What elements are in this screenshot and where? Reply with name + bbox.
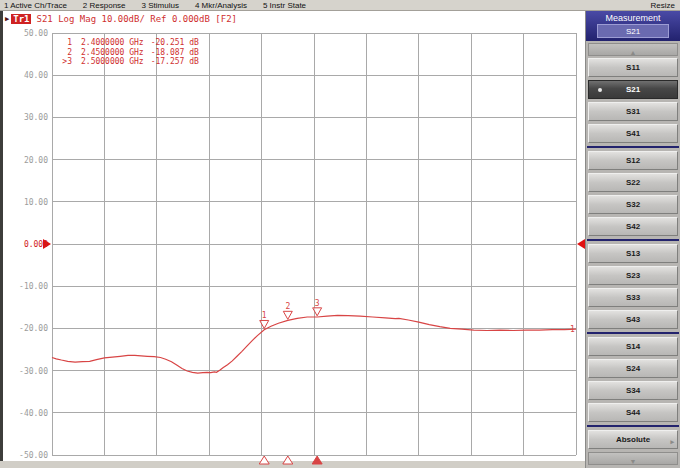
sidebar-group-separator xyxy=(587,332,679,334)
scroll-up-button[interactable] xyxy=(588,43,678,56)
y-axis-label: 20.00 xyxy=(2,156,48,165)
softkey-label: S34 xyxy=(626,386,640,395)
softkey-label: S33 xyxy=(626,293,640,302)
menu-item[interactable]: 5 Instr State xyxy=(263,1,306,10)
marker-1-symbol-icon xyxy=(260,320,269,328)
softkey-label: S24 xyxy=(626,364,640,373)
scroll-down-icon xyxy=(630,450,637,468)
marker-frequency: 2.5000000 GHz xyxy=(81,57,144,67)
reference-level-label: 0.000 xyxy=(2,240,48,249)
marker-value: -18.087 dB xyxy=(151,48,199,58)
sidebar-button-s23[interactable]: S23 xyxy=(588,266,678,285)
softkey-label: S14 xyxy=(626,342,640,351)
marker-readout-row: 12.4000000 GHz-20.251 dB xyxy=(58,38,199,48)
marker-id: 1 xyxy=(58,38,72,48)
sidebar-button-s31[interactable]: S31 xyxy=(588,102,678,121)
sidebar-button-s34[interactable]: S34 xyxy=(588,381,678,400)
marker-id: >3 xyxy=(58,57,72,67)
menu-item[interactable]: 4 Mkr/Analysis xyxy=(195,1,247,10)
softkey-label: S42 xyxy=(626,222,640,231)
sidebar-button-s21[interactable]: S21 xyxy=(588,80,678,99)
scroll-down-button[interactable] xyxy=(588,452,678,465)
softkey-label: S43 xyxy=(626,315,640,324)
y-axis-label: -20.00 xyxy=(2,324,48,333)
softkey-label: S22 xyxy=(626,178,640,187)
sidebar-button-absolute[interactable]: Absolute xyxy=(588,430,678,449)
selected-dot-icon xyxy=(598,88,602,92)
marker-id: 2 xyxy=(58,48,72,58)
sidebar-group-separator xyxy=(587,239,679,241)
y-axis-label: -30.00 xyxy=(2,367,48,376)
menu-item[interactable]: 1 Active Ch/Trace xyxy=(4,1,67,10)
sidebar-button-s12[interactable]: S12 xyxy=(588,151,678,170)
sidebar-button-s11[interactable]: S11 xyxy=(588,58,678,77)
sidebar-group-separator xyxy=(587,146,679,148)
resize-button[interactable]: Resize xyxy=(651,1,680,10)
marker-readout-row: >32.5000000 GHz-17.257 dB xyxy=(58,57,199,67)
marker-frequency: 2.4500000 GHz xyxy=(81,48,144,58)
marker-value: -20.251 dB xyxy=(151,38,199,48)
sidebar-button-s22[interactable]: S22 xyxy=(588,173,678,192)
plot-area: 1231 xyxy=(52,33,576,468)
y-axis-label: -40.00 xyxy=(2,409,48,418)
sidebar-button-s44[interactable]: S44 xyxy=(588,403,678,422)
menu-item[interactable]: 3 Stimulus xyxy=(142,1,179,10)
marker-readout: 12.4000000 GHz-20.251 dB22.4500000 GHz-1… xyxy=(58,38,199,67)
y-axis-label: -10.00 xyxy=(2,282,48,291)
marker-2-stimulus-icon xyxy=(283,456,293,464)
softkey-label: S32 xyxy=(626,200,640,209)
marker-value: -17.257 dB xyxy=(151,57,199,67)
sidebar-button-list: S11S21S31S41S12S22S32S42S13S23S33S43S14S… xyxy=(586,58,680,422)
softkey-label: S11 xyxy=(626,63,640,72)
marker-2-number: 2 xyxy=(285,302,290,311)
scroll-up-icon xyxy=(630,41,637,59)
y-axis-label: 50.00 xyxy=(2,29,48,38)
sidebar-button-s24[interactable]: S24 xyxy=(588,359,678,378)
y-axis-label: 30.00 xyxy=(2,113,48,122)
y-axis-label: 10.00 xyxy=(2,198,48,207)
softkey-label: S13 xyxy=(626,249,640,258)
marker-2-symbol-icon xyxy=(283,311,292,319)
marker-3-number: 3 xyxy=(315,299,320,308)
marker-frequency: 2.4000000 GHz xyxy=(81,38,144,48)
sidebar-button-s32[interactable]: S32 xyxy=(588,195,678,214)
submenu-arrow-icon xyxy=(670,437,674,446)
softkey-label: S44 xyxy=(626,408,640,417)
active-trace-arrow-icon: ▶ xyxy=(5,15,9,23)
softkey-label: S31 xyxy=(626,107,640,116)
sidebar-button-s13[interactable]: S13 xyxy=(588,244,678,263)
menu-items: 1 Active Ch/Trace2 Response3 Stimulus4 M… xyxy=(0,1,651,10)
softkey-label: S23 xyxy=(626,271,640,280)
sidebar-button-s41[interactable]: S41 xyxy=(588,124,678,143)
selected-measurement-display: S21 xyxy=(597,24,669,38)
sidebar-button-s43[interactable]: S43 xyxy=(588,310,678,329)
softkey-menu-header: Measurement S21 xyxy=(586,11,680,41)
marker-3-stimulus-icon xyxy=(312,456,322,464)
trace-end-number: 1 xyxy=(570,325,575,334)
trace-label-badge[interactable]: Tr1 xyxy=(11,14,31,24)
y-axis-label: 40.00 xyxy=(2,71,48,80)
ref-level-right-icon xyxy=(577,239,585,249)
marker-readout-row: 22.4500000 GHz-18.087 dB xyxy=(58,48,199,58)
sidebar-group-separator xyxy=(587,425,679,427)
absolute-button-label: Absolute xyxy=(616,435,650,444)
softkey-menu-title: Measurement xyxy=(605,13,660,23)
menu-bar: 1 Active Ch/Trace2 Response3 Stimulus4 M… xyxy=(0,0,680,11)
marker-1-number: 1 xyxy=(262,311,267,320)
softkey-label: S41 xyxy=(626,129,640,138)
trace-status-text: S21 Log Mag 10.00dB/ Ref 0.000dB [F2] xyxy=(36,14,236,24)
softkey-label: S12 xyxy=(626,156,640,165)
menu-item[interactable]: 2 Response xyxy=(83,1,126,10)
marker-1-stimulus-icon xyxy=(259,456,269,464)
softkey-label: S21 xyxy=(626,85,640,94)
y-axis-label: -50.00 xyxy=(2,451,48,460)
sidebar-button-s33[interactable]: S33 xyxy=(588,288,678,307)
softkey-sidebar: Measurement S21 S11S21S31S41S12S22S32S42… xyxy=(585,11,680,468)
sidebar-button-s42[interactable]: S42 xyxy=(588,217,678,236)
sidebar-button-s14[interactable]: S14 xyxy=(588,337,678,356)
trace-status-line: ▶ Tr1 S21 Log Mag 10.00dB/ Ref 0.000dB [… xyxy=(5,13,237,25)
